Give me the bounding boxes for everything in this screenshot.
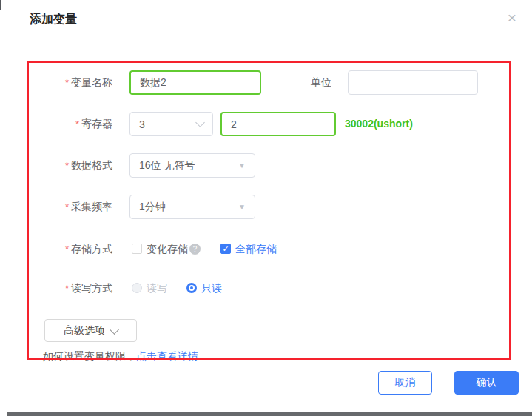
readonly-label[interactable]: 只读 xyxy=(201,281,222,295)
required-asterisk: * xyxy=(65,160,69,171)
chevron-down-icon xyxy=(195,118,205,127)
close-icon[interactable]: × xyxy=(502,7,522,28)
caret-down-icon: ▼ xyxy=(238,203,246,211)
register-type-value: 3 xyxy=(139,118,145,130)
collect-frequency-select[interactable]: 1分钟 ▼ xyxy=(129,195,255,219)
register-type-select[interactable]: 3 xyxy=(129,112,213,136)
register-label: *寄存器 xyxy=(30,112,112,136)
required-asterisk: * xyxy=(75,118,79,130)
caret-down-icon: ▼ xyxy=(238,161,246,170)
register-hint: 30002(ushort) xyxy=(345,112,413,136)
readonly-radio[interactable] xyxy=(186,283,197,293)
storage-mode-label: *存储方式 xyxy=(30,242,112,256)
required-asterisk: * xyxy=(65,201,69,212)
required-asterisk: * xyxy=(65,283,69,294)
variable-name-input[interactable] xyxy=(129,70,261,95)
radio-ring xyxy=(189,285,195,291)
unit-input[interactable] xyxy=(348,70,478,95)
all-storage-checkbox[interactable]: ✓ xyxy=(220,244,231,254)
advanced-options-label: 高级选项 xyxy=(64,324,105,338)
data-format-select[interactable]: 16位 无符号 ▼ xyxy=(129,153,255,178)
collect-frequency-value: 1分钟 xyxy=(139,201,166,214)
required-asterisk: * xyxy=(65,244,69,255)
check-icon: ✓ xyxy=(222,244,229,254)
advanced-options-button[interactable]: 高级选项 xyxy=(44,319,137,342)
confirm-button[interactable]: 确认 xyxy=(454,371,519,395)
collect-frequency-label: *采集频率 xyxy=(30,195,112,219)
header-divider xyxy=(0,41,532,41)
change-storage-checkbox[interactable] xyxy=(132,244,142,254)
data-format-label: *数据格式 xyxy=(30,153,112,178)
permission-help-text: 如何设置变量权限，点击查看详情 xyxy=(43,350,198,363)
register-address-input[interactable] xyxy=(220,112,336,136)
dialog: 添加变量 × *变量名称 单位 *寄存器 3 30002(ushort) *数据… xyxy=(0,0,532,416)
rw-mode-label: *读写方式 xyxy=(30,281,112,295)
unit-label: 单位 xyxy=(289,70,331,95)
required-asterisk: * xyxy=(65,77,69,88)
help-circle-icon[interactable]: ? xyxy=(189,244,201,255)
all-storage-label[interactable]: 全部存储 xyxy=(235,242,277,255)
readwrite-radio[interactable] xyxy=(132,283,142,293)
cancel-button[interactable]: 取消 xyxy=(378,371,432,395)
page-title: 添加变量 xyxy=(30,12,77,27)
page-corner-sliver xyxy=(0,0,1,10)
variable-name-label: *变量名称 xyxy=(30,70,112,95)
readwrite-label[interactable]: 读写 xyxy=(147,281,167,295)
page-edge-strip xyxy=(7,412,532,416)
chevron-down-icon xyxy=(110,325,119,335)
permission-help-link[interactable]: 点击查看详情 xyxy=(136,350,198,362)
data-format-value: 16位 无符号 xyxy=(139,159,195,172)
change-storage-label[interactable]: 变化存储 xyxy=(147,242,188,255)
